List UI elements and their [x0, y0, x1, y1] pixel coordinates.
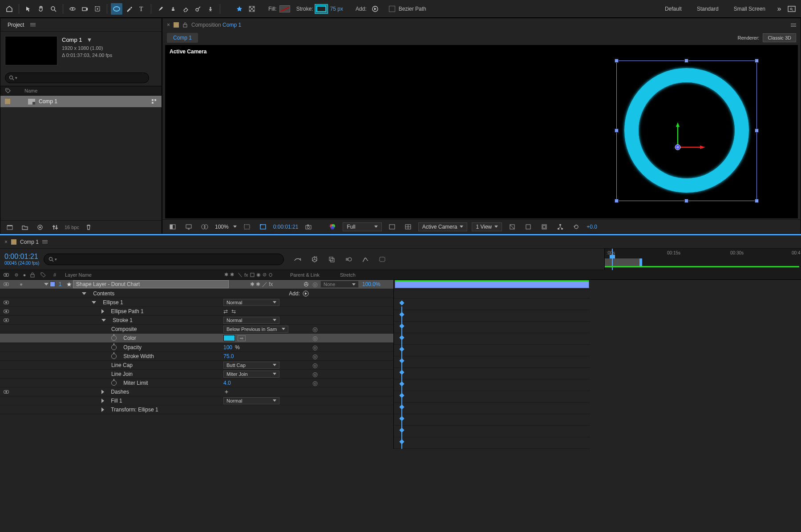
lock-icon[interactable] [182, 22, 188, 28]
project-search-input[interactable]: ▾ [5, 73, 149, 83]
view-opt2-icon[interactable] [522, 221, 534, 233]
workspace-default[interactable]: Default [658, 4, 689, 14]
add-play-icon[interactable] [369, 3, 381, 15]
trash-icon[interactable] [83, 222, 94, 233]
tag-icon[interactable] [5, 88, 11, 94]
shape-tool-icon[interactable] [111, 3, 122, 15]
overflow-icon[interactable]: » [773, 3, 785, 15]
eyedropper-icon[interactable]: ⇨ [238, 335, 246, 341]
hand-tool-icon[interactable] [35, 3, 47, 15]
3d-axis-gizmo[interactable] [664, 121, 709, 165]
brain-icon[interactable] [376, 254, 388, 265]
zoom-tool-icon[interactable] [48, 3, 59, 15]
view-opt3-icon[interactable] [538, 221, 550, 233]
snapshot-icon[interactable] [303, 221, 314, 233]
resolution-icon[interactable] [241, 221, 253, 233]
home-icon[interactable] [4, 3, 15, 15]
composite-row[interactable]: Composite Below Previous in Sam ◎ [0, 325, 393, 334]
fill-group-row[interactable]: Fill 1 Normal [0, 396, 393, 405]
project-col-name[interactable]: Name [24, 88, 37, 93]
line-join-row[interactable]: Line Join Miter Join ◎ [0, 370, 393, 379]
panel-menu-icon[interactable] [30, 23, 36, 26]
stroke-color-row[interactable]: Color ⇨ ◎ [0, 334, 393, 343]
ellipse-group-row[interactable]: Ellipse 1 Normal [0, 298, 393, 307]
project-thumbnail[interactable] [5, 36, 57, 65]
project-tab[interactable]: Project [5, 20, 27, 30]
search-panel-icon[interactable] [786, 3, 797, 15]
project-row-comp1[interactable]: Comp 1 [0, 96, 162, 107]
svg-rect-17 [253, 10, 255, 12]
miter-limit-row[interactable]: Miter Limit 4.0 ◎ [0, 379, 393, 387]
clone-stamp-tool-icon[interactable] [167, 3, 179, 15]
transparency-grid-icon[interactable] [386, 221, 398, 233]
add-dash-icon[interactable]: ＋ [223, 388, 230, 396]
frame-blend-icon[interactable] [326, 254, 337, 265]
text-tool-icon[interactable]: T [136, 3, 147, 15]
color-swatch[interactable] [223, 335, 235, 341]
fill-swatch[interactable] [279, 5, 290, 12]
exposure-value[interactable]: +0.0 [587, 224, 597, 230]
new-comp-icon[interactable] [34, 222, 46, 233]
spiral-icon[interactable]: ◎ [312, 281, 318, 288]
workspace-standard[interactable]: Standard [690, 4, 726, 14]
timeline-ruler[interactable]: :00s 00:15s 00:30s 00:4 [604, 249, 801, 270]
stroke-width-value[interactable]: 75 px [330, 6, 343, 12]
timeline-menu-icon[interactable] [42, 240, 48, 243]
view-opt1-icon[interactable] [506, 221, 518, 233]
viewer-comp-tab[interactable]: Comp 1 [167, 33, 198, 43]
flowchart-icon[interactable] [554, 221, 566, 233]
stroke-opacity-row[interactable]: Opacity 100% ◎ [0, 343, 393, 352]
eye-col-icon[interactable] [4, 273, 9, 277]
zoom-value[interactable]: 100% [215, 224, 229, 230]
channel-icon[interactable] [327, 221, 338, 233]
guides-icon[interactable] [402, 221, 414, 233]
monitor-icon[interactable] [183, 221, 194, 233]
resolution-dropdown[interactable]: Full [343, 222, 381, 231]
pen-tool-icon[interactable] [123, 3, 135, 15]
transform-ellipse-row[interactable]: Transform: Ellipse 1 [0, 405, 393, 414]
draft3d-icon[interactable]: * [309, 254, 320, 265]
graph-editor-icon[interactable] [360, 254, 371, 265]
camera-dropdown[interactable]: Active Camera [418, 222, 468, 231]
viewer-time[interactable]: 0:00:01:21 [273, 224, 299, 230]
eraser-tool-icon[interactable] [180, 3, 191, 15]
puppet-tool-icon[interactable] [205, 3, 216, 15]
region-icon[interactable] [257, 221, 269, 233]
timeline-current-time[interactable]: 0:00:01:21 00045 (24.00 fps) [0, 253, 44, 266]
contents-row[interactable]: Contents Add: [0, 289, 393, 298]
camera-tool-icon[interactable] [79, 3, 91, 15]
roto-brush-tool-icon[interactable] [192, 3, 204, 15]
shy-icon[interactable] [292, 254, 303, 265]
stroke-swatch[interactable] [316, 5, 327, 12]
timeline-tab[interactable]: Comp 1 [20, 239, 39, 245]
view-dropdown[interactable]: 1 View [472, 222, 502, 231]
stroke-group-row[interactable]: Stroke 1 Normal [0, 316, 393, 325]
dashes-row[interactable]: Dashes ＋ [0, 387, 393, 396]
ellipse-path-row[interactable]: Ellipse Path 1 ⇄⇆ [0, 307, 393, 316]
reset-exposure-icon[interactable] [570, 221, 582, 233]
stopwatch-icon[interactable] [111, 335, 117, 341]
snapping-icon[interactable] [246, 3, 258, 15]
workspace-small-screen[interactable]: Small Screen [727, 4, 773, 14]
star-icon[interactable] [234, 3, 245, 15]
interpret-footage-icon[interactable] [4, 222, 16, 233]
viewer-menu-icon[interactable] [791, 24, 796, 27]
pan-behind-tool-icon[interactable] [92, 3, 103, 15]
selection-tool-icon[interactable] [23, 3, 34, 15]
layer-row[interactable]: ● 1 ★ Shape Layer - Donut Chart ✱ ✱ ／ fx… [0, 280, 393, 289]
orbit-tool-icon[interactable] [67, 3, 78, 15]
project-settings-icon[interactable] [49, 222, 61, 233]
line-cap-row[interactable]: Line Cap Butt Cap ◎ [0, 361, 393, 370]
brush-tool-icon[interactable] [155, 3, 166, 15]
bezier-checkbox[interactable] [389, 6, 395, 12]
timeline-search-input[interactable]: ▾ [44, 254, 284, 265]
composition-canvas[interactable]: Active Camera [165, 45, 798, 218]
mask-icon[interactable] [199, 221, 210, 233]
project-bpc[interactable]: 16 bpc [65, 225, 79, 230]
motion-blur-icon[interactable] [343, 254, 354, 265]
renderer-dropdown[interactable]: Classic 3D [763, 33, 796, 42]
svg-point-57 [331, 226, 334, 230]
stroke-width-row[interactable]: Stroke Width 75.0 ◎ [0, 352, 393, 361]
toggle-alpha-icon[interactable] [167, 221, 178, 233]
folder-icon[interactable] [19, 222, 31, 233]
